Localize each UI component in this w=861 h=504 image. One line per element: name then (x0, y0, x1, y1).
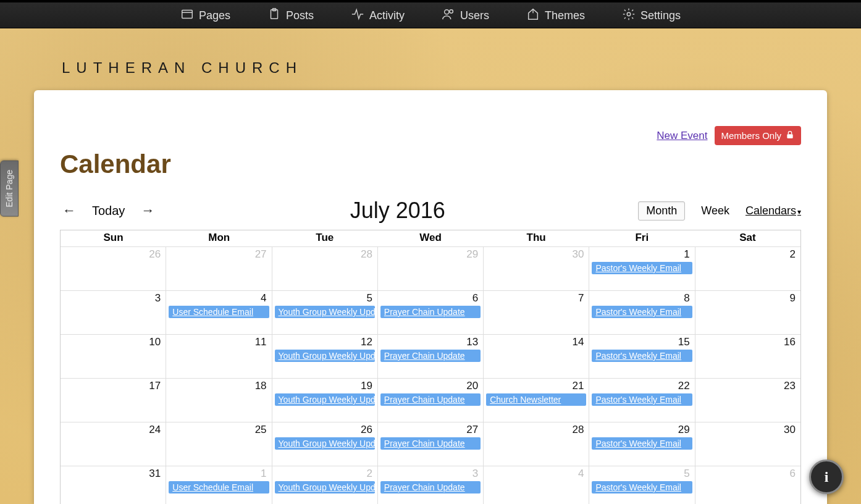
calendar-event[interactable]: Prayer Chain Update (380, 350, 481, 362)
calendar-cell[interactable]: 15Pastor's Weekly Email (589, 335, 694, 378)
calendar-cell[interactable]: 20Prayer Chain Update (377, 379, 483, 422)
calendar-event[interactable]: Prayer Chain Update (380, 306, 481, 318)
calendar-event[interactable]: Youth Group Weekly Update (275, 437, 375, 450)
calendar-cell[interactable]: 3 (61, 291, 166, 334)
calendar-cell[interactable]: 17 (61, 379, 166, 422)
calendar-cell[interactable]: 5Youth Group Weekly Update (272, 291, 377, 334)
calendar-cell[interactable]: 4User Schedule Email (166, 291, 271, 334)
calendar-cell[interactable]: 26 (61, 247, 166, 290)
calendar-cell[interactable]: 31 (61, 466, 166, 504)
calendar-cell[interactable]: 6 (695, 466, 800, 504)
calendar-event[interactable]: Pastor's Weekly Email (592, 481, 692, 494)
calendar-event[interactable]: Pastor's Weekly Email (592, 262, 692, 274)
day-number: 28 (361, 248, 372, 261)
calendar-cell[interactable]: 11 (166, 335, 271, 378)
nav-posts[interactable]: Posts (267, 7, 314, 24)
calendar-cell[interactable]: 10 (61, 335, 166, 378)
calendar-cell[interactable]: 2Youth Group Weekly Update (272, 466, 377, 504)
calendar-cell[interactable]: 27Prayer Chain Update (377, 422, 483, 466)
calendar-event[interactable]: Pastor's Weekly Email (592, 437, 692, 450)
calendar-event[interactable]: Youth Group Weekly Update (275, 306, 375, 318)
calendar-cell[interactable]: 19Youth Group Weekly Update (272, 379, 377, 422)
calendar-cell[interactable]: 14 (483, 335, 589, 378)
nav-themes[interactable]: Themes (526, 7, 585, 24)
events-container: Prayer Chain Update (380, 481, 481, 494)
calendar-cell[interactable]: 12Youth Group Weekly Update (272, 335, 377, 378)
prev-button[interactable]: ← (60, 203, 78, 219)
day-number: 23 (784, 380, 796, 392)
calendar-cell[interactable]: 4 (483, 466, 589, 504)
events-container: Youth Group Weekly Update (275, 437, 375, 450)
calendar-cell[interactable]: 25 (166, 422, 271, 466)
nav-pages[interactable]: Pages (180, 7, 230, 24)
next-button[interactable]: → (138, 203, 157, 219)
calendar-event[interactable]: Pastor's Weekly Email (592, 306, 692, 318)
calendar-event[interactable]: Youth Group Weekly Update (275, 393, 375, 406)
today-button[interactable]: Today (92, 204, 125, 218)
info-fab[interactable]: i (809, 460, 844, 494)
calendar-cell[interactable]: 6Prayer Chain Update (377, 291, 483, 334)
calendar-event[interactable]: User Schedule Email (169, 481, 269, 494)
calendar-cell[interactable]: 5Pastor's Weekly Email (589, 466, 694, 504)
calendar-cell[interactable]: 27 (166, 247, 271, 290)
day-number: 26 (149, 248, 161, 261)
calendar-event[interactable]: Church Newsletter (486, 393, 586, 406)
day-number: 21 (572, 380, 584, 392)
nav-posts-label: Posts (286, 9, 314, 22)
calendar-cell[interactable]: 24 (61, 422, 166, 466)
day-number: 9 (790, 292, 796, 304)
calendar-event[interactable]: Youth Group Weekly Update (275, 350, 375, 362)
calendar-cell[interactable]: 9 (695, 291, 800, 334)
calendar-cell[interactable]: 7 (483, 291, 589, 334)
calendar-cell[interactable]: 2 (695, 247, 800, 290)
calendar-cell[interactable]: 28 (272, 247, 377, 290)
calendar-cell[interactable]: 1User Schedule Email (166, 466, 271, 504)
members-only-button[interactable]: Members Only (715, 126, 801, 145)
events-container: User Schedule Email (169, 481, 269, 494)
calendar-cell[interactable]: 22Pastor's Weekly Email (589, 379, 694, 422)
calendar-cell[interactable]: 13Prayer Chain Update (377, 335, 483, 378)
calendar-cell[interactable]: 8Pastor's Weekly Email (589, 291, 694, 334)
calendar-event[interactable]: Prayer Chain Update (380, 437, 481, 450)
calendar-event[interactable]: Prayer Chain Update (380, 481, 481, 494)
calendar-cell[interactable]: 23 (695, 379, 800, 422)
day-number: 27 (466, 424, 478, 436)
calendar-cell[interactable]: 30 (695, 422, 800, 466)
calendar-row: 171819Youth Group Weekly Update20Prayer … (61, 378, 800, 422)
calendars-dropdown[interactable]: Calendars▾ (746, 204, 801, 217)
calendar-cell[interactable]: 16 (695, 335, 800, 378)
nav-activity[interactable]: Activity (351, 7, 405, 24)
calendar-cell[interactable]: 3Prayer Chain Update (377, 466, 483, 504)
card-top-actions: New Event Members Only (657, 126, 801, 145)
calendar-event[interactable]: Pastor's Weekly Email (592, 350, 692, 362)
nav-users[interactable]: Users (442, 7, 489, 24)
events-container: Pastor's Weekly Email (592, 306, 692, 318)
calendar-cell[interactable]: 30 (483, 247, 589, 290)
view-month-button[interactable]: Month (638, 201, 685, 220)
calendar-cell[interactable]: 28 (483, 422, 589, 466)
calendar-cell[interactable]: 18 (166, 379, 271, 422)
nav-settings[interactable]: Settings (622, 7, 681, 24)
calendar-event[interactable]: Youth Group Weekly Update (275, 481, 375, 494)
day-number: 4 (261, 292, 266, 304)
day-number: 19 (361, 380, 372, 392)
day-number: 29 (678, 424, 690, 436)
calendar-cell[interactable]: 26Youth Group Weekly Update (272, 422, 377, 466)
day-number: 12 (361, 336, 372, 348)
calendar-event[interactable]: Pastor's Weekly Email (592, 393, 692, 406)
day-number: 31 (149, 468, 161, 480)
events-container: Pastor's Weekly Email (592, 262, 692, 274)
calendar-cell[interactable]: 1Pastor's Weekly Email (589, 247, 694, 290)
themes-icon (526, 7, 540, 24)
calendar-event[interactable]: User Schedule Email (169, 306, 269, 318)
calendar-cell[interactable]: 29 (377, 247, 483, 290)
edit-page-tab[interactable]: Edit Page (0, 161, 19, 217)
calendar-cell[interactable]: 29Pastor's Weekly Email (589, 422, 694, 466)
new-event-link[interactable]: New Event (657, 130, 707, 142)
view-week-button[interactable]: Week (701, 204, 729, 217)
svg-point-7 (627, 12, 631, 16)
calendar-event[interactable]: Prayer Chain Update (380, 393, 481, 406)
calendar-cell[interactable]: 21Church Newsletter (483, 379, 589, 422)
day-header: Sun (61, 230, 166, 246)
nav-themes-label: Themes (545, 9, 585, 22)
